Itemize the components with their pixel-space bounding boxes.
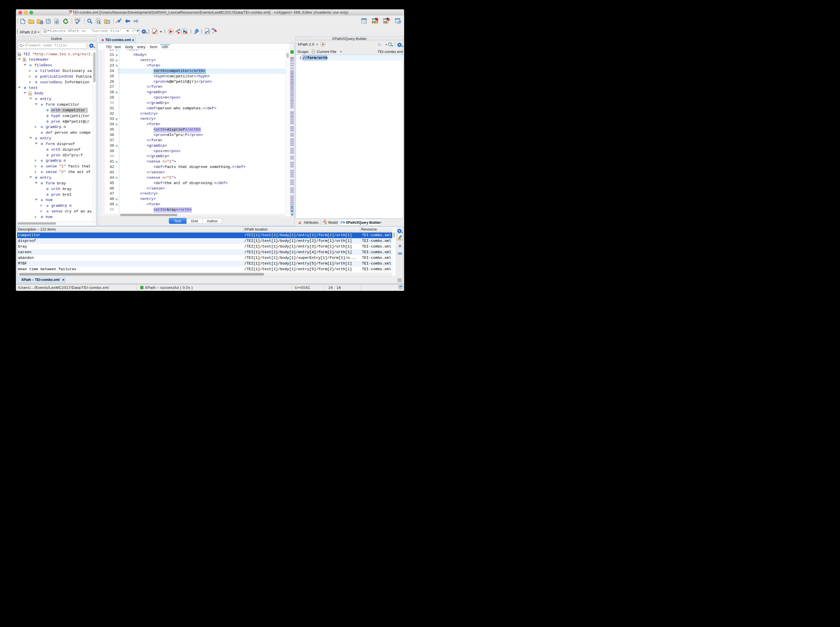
svg-text:TEI: TEI bbox=[19, 54, 21, 55]
svg-text:XQ: XQ bbox=[384, 21, 387, 24]
svg-text:*: * bbox=[116, 20, 118, 24]
svg-text:XSLT: XSLT bbox=[372, 21, 378, 24]
